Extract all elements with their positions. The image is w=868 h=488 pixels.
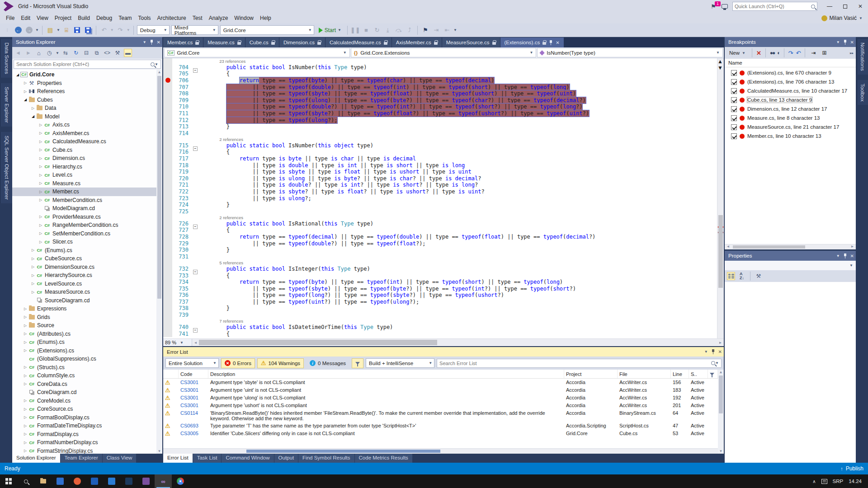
expander-icon[interactable]: ▷	[38, 198, 43, 202]
code-line-715[interactable]: 715− public static bool IsNumber(this ob…	[163, 142, 717, 149]
clock[interactable]: 14.24	[849, 479, 862, 484]
code-line-726[interactable]: 726− public static bool IsRational(this …	[163, 221, 717, 227]
menu-tools[interactable]: Tools	[135, 14, 154, 23]
breakpoint-margin[interactable]	[163, 149, 172, 155]
tree-item-formatnumberdisplay-cs[interactable]: ▷C#FormatNumberDisplay.cs	[12, 438, 156, 447]
code-line-738[interactable]: 738 }	[163, 305, 717, 312]
close-icon[interactable]: ✕	[718, 349, 722, 354]
expander-icon[interactable]: ▷	[38, 173, 43, 177]
error-code[interactable]: CS0114	[179, 409, 208, 417]
tree-item-axis-cs[interactable]: ▷C#Axis.cs	[12, 121, 156, 129]
breakpoint-margin[interactable]	[163, 182, 172, 188]
expander-icon[interactable]: ▷	[23, 449, 28, 453]
breakpoint-checkbox[interactable]	[731, 133, 737, 139]
tree-item-columnstyle-cs[interactable]: ▷C#ColumnStyle.cs	[12, 371, 156, 380]
code-line-713[interactable]: 713 }	[163, 123, 717, 130]
pin-icon[interactable]	[150, 40, 154, 45]
tool-strip-tab-server-explorer[interactable]: Server Explorer	[0, 83, 12, 127]
tree-item-dimension-cs[interactable]: ▷C#Dimension.cs	[12, 154, 156, 163]
tree-item-setmembercondition-cs[interactable]: ▷C#SetMemberCondition.cs	[12, 230, 156, 238]
breakpoint-checkbox[interactable]	[731, 97, 737, 103]
code-line-730[interactable]: 730 }	[163, 247, 717, 253]
expander-icon[interactable]: ▷	[23, 407, 28, 411]
expander-icon[interactable]: ▷	[23, 315, 28, 319]
editor-tab-cube-cs[interactable]: Cube.cs	[245, 38, 279, 47]
expander-icon[interactable]: ▷	[38, 181, 43, 185]
tree-item-providermeasure-cs[interactable]: ▷C#ProviderMeasure.cs	[12, 213, 156, 221]
project-dropdown[interactable]: C# Grid.Core▼	[164, 48, 350, 57]
editor-tab-member-cs[interactable]: Member.cs	[163, 38, 203, 47]
break-all-button[interactable]: ❚❚	[351, 26, 360, 35]
expander-icon[interactable]: ▷	[38, 223, 43, 227]
expander-icon[interactable]: ▷	[23, 415, 28, 419]
tool-strip-tab-data-sources[interactable]: Data Sources	[0, 39, 12, 78]
app-darkblue-icon[interactable]	[120, 474, 137, 488]
pending-changes-filter-icon[interactable]: ◷	[45, 49, 53, 57]
tool-strip-tab-notifications[interactable]: Notifications	[857, 39, 868, 75]
tree-item-expressions[interactable]: ▷Expressions	[12, 305, 156, 313]
expander-icon[interactable]: ▷	[30, 290, 36, 294]
tree-item-hierarchy-cs[interactable]: ▷C#Hierarchy.cs	[12, 163, 156, 171]
codelens-references[interactable]: 5 references	[200, 260, 243, 265]
breakpoint-margin[interactable]	[163, 253, 172, 260]
expander-icon[interactable]: ▷	[30, 265, 36, 269]
step-into-button[interactable]: ⤓	[383, 26, 392, 35]
breakpoint-margin[interactable]	[163, 142, 172, 149]
tree-item-enums-cs[interactable]: ▷C#(Enums).cs	[12, 338, 156, 347]
pin-icon[interactable]	[549, 40, 553, 45]
breakpoint-margin[interactable]	[163, 64, 172, 71]
editor-tab-calculatedmeasure-cs[interactable]: CalculatedMeasure.cs	[326, 38, 392, 47]
menu-build[interactable]: Build	[75, 14, 93, 23]
tree-item-cubesource-cs[interactable]: ▷C#CubeSource.cs	[12, 254, 156, 263]
breakpoint-margin[interactable]	[163, 90, 172, 97]
expander-icon[interactable]: ▷	[38, 131, 43, 135]
breakpoint-row[interactable]: CalculatedMeasure.cs, line 10 character …	[725, 86, 856, 95]
breakpoint-checkbox[interactable]	[731, 124, 737, 130]
tree-item-member-cs[interactable]: ▷C#Member.cs	[12, 188, 156, 196]
expander-icon[interactable]: ▷	[38, 156, 43, 160]
code-line-735[interactable]: 735 || type == typeof(sbyte) || type == …	[163, 285, 717, 292]
copy-icon[interactable]: ⧉	[93, 49, 101, 57]
app-purple-icon[interactable]	[137, 474, 155, 488]
expander-icon[interactable]: ▷	[38, 123, 43, 127]
expander-icon[interactable]: ▷	[23, 348, 28, 352]
expander-icon[interactable]: ▷	[23, 432, 28, 436]
code-line-739[interactable]: 739	[163, 312, 717, 319]
pin-icon[interactable]	[711, 349, 715, 354]
error-code[interactable]: CS0693	[179, 422, 208, 429]
menu-team[interactable]: Team	[115, 14, 135, 23]
panel-tab-class-view[interactable]: Class View	[103, 454, 137, 463]
breakpoints-titlebar[interactable]: Breakpoints ▼ ✕	[725, 37, 856, 47]
tree-item-calculatedmeasure-cs[interactable]: ▷C#CalculatedMeasure.cs	[12, 137, 156, 146]
tree-item-measure-cs[interactable]: ▷C#Measure.cs	[12, 179, 156, 188]
code-line-718[interactable]: 718 || type is double || type is int || …	[163, 162, 717, 169]
error-code[interactable]: CS3001	[179, 379, 208, 386]
tree-item-coremodel-cs[interactable]: ▷C#CoreModel.cs	[12, 397, 156, 405]
tree-item-globalsuppressions-cs[interactable]: C#(GlobalSuppressions).cs	[12, 355, 156, 363]
menu-debug[interactable]: Debug	[93, 14, 115, 23]
feedback-icon[interactable]	[722, 4, 728, 9]
breakpoint-margin[interactable]	[163, 312, 172, 319]
startup-project-combobox[interactable]: Grid.Core▼	[220, 25, 314, 35]
app-blue-2-icon[interactable]	[86, 474, 103, 488]
tree-item-formatdisplay-cs[interactable]: ▷C#FormatDisplay.cs	[12, 430, 156, 439]
breakpoint-margin[interactable]	[163, 240, 172, 247]
save-all-button[interactable]	[84, 26, 93, 35]
breakpoint-row[interactable]: Cube.cs, line 13 character 9	[725, 95, 856, 104]
bookmark-prev-button[interactable]: ⇤	[443, 26, 452, 35]
breakpoint-margin[interactable]	[163, 188, 172, 195]
codelens-references[interactable]: 2 references	[200, 137, 243, 142]
code-line-728[interactable]: 728 return type == typeof(decimal) || ty…	[163, 234, 717, 240]
error-list-titlebar[interactable]: Error List ▼ ✕	[163, 347, 724, 357]
window-position-icon[interactable]: ▼	[143, 40, 146, 44]
tray-overflow-icon[interactable]: ∧	[812, 479, 816, 484]
delete-breakpoint-icon[interactable]: ✕	[756, 50, 761, 56]
breakpoints-column-header[interactable]: Name	[725, 59, 856, 67]
tree-item-extensions-cs[interactable]: ▷C#(Extensions).cs	[12, 347, 156, 355]
file-explorer-icon[interactable]	[34, 474, 52, 488]
code-editor[interactable]: 23 references704− public static bool IsN…	[163, 58, 717, 338]
breakpoint-margin[interactable]	[163, 84, 172, 90]
code-line-708[interactable]: 708 || type == typeof(sbyte) || type == …	[163, 90, 717, 97]
expander-icon[interactable]: ▷	[23, 340, 28, 344]
toolbar-overflow-icon[interactable]: ▼	[453, 28, 457, 32]
